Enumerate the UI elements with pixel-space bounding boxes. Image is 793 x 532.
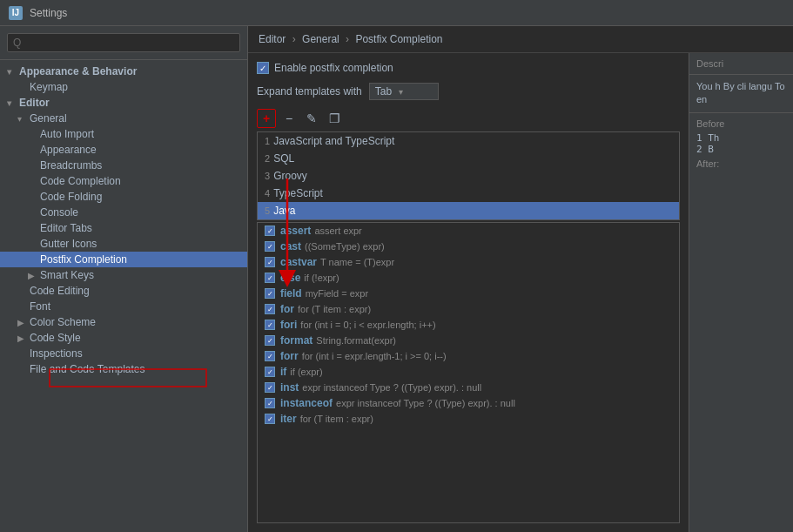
- sidebar-item-keymap[interactable]: Keymap: [0, 79, 247, 95]
- sidebar-item-label: Smart Keys: [40, 269, 94, 281]
- search-box: [0, 26, 247, 60]
- tree-arrow: ▶: [17, 318, 28, 327]
- template-checkbox[interactable]: [265, 414, 275, 424]
- sidebar-item-label: Breadcrumbs: [40, 159, 102, 172]
- sidebar-item-file-code-templates[interactable]: File and Code Templates: [0, 361, 247, 377]
- sidebar-item-gutter-icons[interactable]: Gutter Icons: [0, 236, 247, 252]
- sidebar-item-code-folding[interactable]: Code Folding: [0, 189, 247, 205]
- template-checkbox[interactable]: [265, 241, 275, 252]
- sidebar-item-label: Color Scheme: [30, 316, 96, 328]
- template-item-for[interactable]: forfor (T item : expr): [258, 301, 679, 317]
- sidebar-item-color-scheme[interactable]: ▶Color Scheme: [0, 314, 247, 330]
- template-item-fori[interactable]: forifor (int i = 0; i < expr.length; i++…: [258, 317, 679, 333]
- language-item-2[interactable]: 2SQL: [258, 150, 679, 167]
- template-checkbox[interactable]: [265, 304, 275, 314]
- breadcrumb-part-1: Editor: [259, 33, 286, 45]
- template-item-iter[interactable]: iterfor (T item : expr): [258, 411, 679, 427]
- enable-postfix-row: Enable postfix completion: [257, 62, 680, 74]
- sidebar-item-label: General: [30, 112, 67, 125]
- titlebar-title: Settings: [30, 7, 67, 19]
- sidebar-item-label: Console: [40, 206, 78, 219]
- editor-panel: Enable postfix completion Expand templat…: [248, 53, 689, 532]
- template-checkbox[interactable]: [265, 288, 275, 299]
- sidebar-item-smart-keys[interactable]: ▶Smart Keys: [0, 267, 247, 283]
- breadcrumb-part-2: General: [302, 33, 339, 45]
- template-item-assert[interactable]: assertassert expr: [258, 223, 679, 239]
- template-item-cast[interactable]: cast((SomeType) expr): [258, 239, 679, 254]
- template-item-inst[interactable]: instexpr instanceof Type ? ((Type) expr)…: [258, 380, 679, 395]
- sidebar-item-appearance-behavior[interactable]: ▾Appearance & Behavior: [0, 64, 247, 79]
- enable-postfix-label: Enable postfix completion: [274, 62, 393, 74]
- before-lines: 1 Th2 B: [696, 132, 786, 155]
- copy-button[interactable]: ❐: [325, 109, 344, 128]
- titlebar: IJ Settings: [0, 0, 793, 26]
- template-checkbox[interactable]: [265, 273, 275, 283]
- app-icon: IJ: [9, 6, 23, 20]
- sidebar-item-postfix-completion[interactable]: Postfix Completion: [0, 252, 247, 267]
- template-checkbox[interactable]: [265, 367, 275, 377]
- sidebar-item-editor-tabs[interactable]: Editor Tabs: [0, 220, 247, 236]
- breadcrumb: Editor › General › Postfix Completion: [248, 26, 793, 53]
- template-item-if[interactable]: ifif (expr): [258, 364, 679, 380]
- languages-list: 1JavaScript and TypeScript2SQL3Groovy4Ty…: [257, 131, 680, 220]
- sidebar-item-font[interactable]: Font: [0, 299, 247, 314]
- sidebar-item-console[interactable]: Console: [0, 205, 247, 220]
- template-item-forr[interactable]: forrfor (int i = expr.length-1; i >= 0; …: [258, 348, 679, 364]
- template-item-castvar[interactable]: castvarT name = (T)expr: [258, 254, 679, 270]
- content-area: Enable postfix completion Expand templat…: [248, 53, 793, 532]
- language-item-1[interactable]: 1JavaScript and TypeScript: [258, 132, 679, 150]
- expand-dropdown[interactable]: Tab ▾: [369, 83, 439, 100]
- sidebar-item-label: Gutter Icons: [40, 238, 97, 250]
- sidebar-tree: ▾Appearance & BehaviorKeymap▾Editor▾Gene…: [0, 60, 247, 532]
- expand-label: Expand templates with: [257, 85, 362, 98]
- enable-postfix-checkbox[interactable]: [257, 62, 269, 74]
- breadcrumb-sep-1: ›: [292, 33, 296, 45]
- templates-list: assertassert exprcast((SomeType) expr)ca…: [257, 222, 680, 523]
- template-item-format[interactable]: formatString.format(expr): [258, 333, 679, 348]
- before-label: Before: [696, 118, 786, 129]
- search-input[interactable]: [7, 33, 240, 52]
- sidebar-item-code-style[interactable]: ▶Code Style: [0, 330, 247, 346]
- sidebar-item-inspections[interactable]: Inspections: [0, 346, 247, 361]
- template-checkbox[interactable]: [265, 335, 275, 346]
- sidebar-item-breadcrumbs[interactable]: Breadcrumbs: [0, 158, 247, 173]
- before-line-2: 2 B: [696, 144, 786, 155]
- main-content: ▾Appearance & BehaviorKeymap▾Editor▾Gene…: [0, 26, 793, 532]
- template-checkbox[interactable]: [265, 398, 275, 408]
- sidebar: ▾Appearance & BehaviorKeymap▾Editor▾Gene…: [0, 26, 248, 532]
- language-item-3[interactable]: 3Groovy: [258, 167, 679, 185]
- sidebar-item-label: Font: [30, 300, 50, 313]
- sidebar-item-code-editing[interactable]: Code Editing: [0, 283, 247, 299]
- sidebar-item-label: Code Folding: [40, 191, 102, 203]
- template-item-field[interactable]: fieldmyField = expr: [258, 286, 679, 301]
- app-icon-text: IJ: [12, 8, 19, 17]
- language-item-5[interactable]: 5Java: [258, 202, 679, 219]
- tree-arrow: ▶: [17, 333, 28, 343]
- sidebar-item-label: Inspections: [30, 347, 83, 360]
- sidebar-item-appearance[interactable]: Appearance: [0, 142, 247, 158]
- sidebar-item-label: Code Editing: [30, 285, 90, 297]
- sidebar-item-editor[interactable]: ▾Editor: [0, 95, 247, 111]
- template-checkbox[interactable]: [265, 320, 275, 330]
- template-item-else[interactable]: elseif (!expr): [258, 270, 679, 286]
- template-item-instanceof[interactable]: instanceofexpr instanceof Type ? ((Type)…: [258, 395, 679, 411]
- expand-templates-row: Expand templates with Tab ▾: [257, 83, 680, 100]
- template-checkbox[interactable]: [265, 226, 275, 236]
- template-checkbox[interactable]: [265, 382, 275, 393]
- description-panel: Descri You h By cli langu To en Before 1…: [689, 53, 793, 532]
- expand-dropdown-value: Tab: [375, 85, 392, 98]
- language-item-4[interactable]: 4TypeScript: [258, 185, 679, 202]
- template-checkbox[interactable]: [265, 257, 275, 267]
- sidebar-item-general[interactable]: ▾General: [0, 111, 247, 126]
- list-area: 1JavaScript and TypeScript2SQL3Groovy4Ty…: [257, 131, 680, 523]
- remove-button[interactable]: −: [279, 109, 299, 128]
- after-label: After:: [696, 158, 786, 169]
- edit-button[interactable]: ✎: [302, 109, 321, 128]
- sidebar-item-label: Code Completion: [40, 175, 121, 187]
- sidebar-item-code-completion[interactable]: Code Completion: [0, 173, 247, 189]
- sidebar-item-auto-import[interactable]: Auto Import: [0, 126, 247, 142]
- add-button[interactable]: +: [257, 109, 276, 128]
- tree-arrow: ▾: [17, 114, 28, 124]
- template-checkbox[interactable]: [265, 351, 275, 361]
- sidebar-item-label: Code Style: [30, 332, 81, 344]
